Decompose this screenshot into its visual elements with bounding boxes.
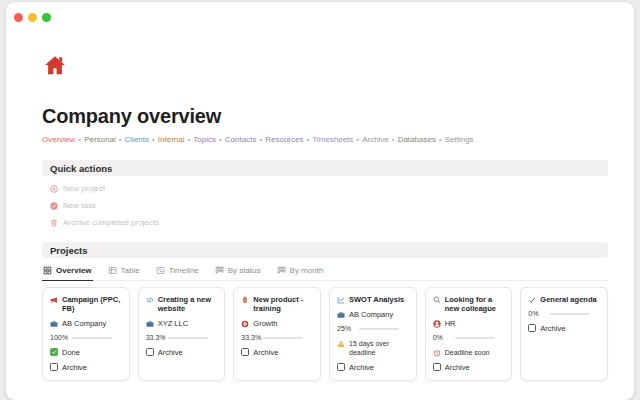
gallery-icon: [43, 266, 52, 275]
projects-view-tabs: Overview Table Timeline: [42, 263, 608, 281]
nav-link-settings[interactable]: Settings: [445, 135, 474, 144]
new-project-button[interactable]: New project: [42, 184, 608, 193]
megaphone-icon: [50, 296, 58, 304]
chart-icon: [337, 296, 345, 304]
board-icon: [215, 266, 224, 275]
project-card-website[interactable]: Creating a new website XYZ LLC 33.3% Arc…: [138, 287, 226, 381]
progress-row: 0%: [528, 310, 600, 318]
nav-link-internal[interactable]: Internal: [158, 135, 185, 144]
done-checkbox[interactable]: [50, 348, 58, 356]
house-icon[interactable]: [42, 54, 68, 78]
tab-table[interactable]: Table: [107, 263, 141, 280]
progress-bar: [263, 337, 303, 340]
project-cards: Campaign (PPC, FB) AB Company 100%: [42, 287, 608, 381]
progress-row: 33.3%: [241, 334, 313, 342]
window-controls: [14, 13, 51, 22]
archive-label: Archive: [62, 363, 87, 372]
project-card-training[interactable]: New product - training Growth 33.3% Arch…: [233, 287, 321, 381]
warning-icon: [337, 340, 345, 348]
timeline-icon: [156, 266, 165, 275]
progress-row: 100%: [50, 334, 122, 342]
briefcase-icon: [337, 311, 345, 319]
archive-label: Archive: [540, 324, 565, 333]
archive-label: Archive: [445, 363, 470, 372]
table-icon: [108, 266, 117, 275]
check-icon: [51, 349, 57, 355]
minimize-window-button[interactable]: [28, 13, 37, 22]
nav-link-databases[interactable]: Databases: [398, 135, 436, 144]
archive-checkbox[interactable]: [528, 324, 536, 332]
nav-link-timesheets[interactable]: Timesheets: [312, 135, 353, 144]
card-department: HR: [445, 319, 456, 328]
archive-label: Archive: [158, 348, 183, 357]
tab-by-status[interactable]: By status: [214, 263, 262, 280]
new-task-button[interactable]: New task: [42, 201, 608, 210]
card-title: Campaign (PPC, FB): [62, 295, 122, 313]
done-label: Done: [62, 348, 80, 357]
nav-link-overview[interactable]: Overview: [42, 135, 75, 144]
nav-link-archive[interactable]: Archive: [362, 135, 389, 144]
briefcase-icon: [50, 320, 58, 328]
progress-bar: [550, 313, 590, 316]
nav-link-personal[interactable]: Personal: [84, 135, 116, 144]
code-icon: [146, 296, 154, 304]
card-title: SWOT Analysis: [349, 295, 404, 304]
progress-label: 0%: [433, 334, 451, 342]
trash-icon: [50, 219, 58, 227]
nav-link-resources[interactable]: Resources: [265, 135, 303, 144]
tab-overview[interactable]: Overview: [42, 263, 93, 281]
progress-label: 33.3%: [146, 334, 164, 342]
circle-check-icon: [50, 202, 58, 210]
progress-label: 0%: [528, 310, 546, 318]
board-icon: [277, 266, 286, 275]
card-category: Growth: [253, 319, 277, 328]
tab-timeline[interactable]: Timeline: [155, 263, 200, 280]
nav-link-contacts[interactable]: Contacts: [225, 135, 257, 144]
deadline-soon-label: Deadline soon: [445, 348, 490, 357]
project-card-agenda[interactable]: General agenda 0% Archive: [520, 287, 608, 381]
card-company: AB Company: [349, 310, 393, 319]
close-window-button[interactable]: [14, 13, 23, 22]
card-company: XYZ LLC: [158, 319, 188, 328]
archive-checkbox[interactable]: [241, 348, 249, 356]
breadcrumb: Overview•Personal•Clients•Internal•Topic…: [42, 135, 608, 145]
progress-label: 33.3%: [241, 334, 259, 342]
archive-label: Archive: [253, 348, 278, 357]
person-icon: [433, 320, 441, 328]
project-card-swot[interactable]: SWOT Analysis AB Company 25%: [329, 287, 417, 381]
project-card-colleague[interactable]: Looking for a new colleague HR 0%: [425, 287, 513, 381]
quick-action-label: Archive completed projects: [63, 218, 159, 227]
card-title: General agenda: [540, 295, 596, 304]
tab-by-month[interactable]: By month: [276, 263, 325, 280]
card-company: AB Company: [62, 319, 106, 328]
briefcase-icon: [146, 320, 154, 328]
project-card-campaign[interactable]: Campaign (PPC, FB) AB Company 100%: [42, 287, 130, 381]
nav-link-topics[interactable]: Topics: [193, 135, 216, 144]
progress-bar: [455, 337, 495, 340]
alarm-clock-icon: [433, 349, 441, 357]
progress-row: 0%: [433, 334, 505, 342]
nav-link-clients[interactable]: Clients: [125, 135, 149, 144]
quick-action-label: New project: [63, 184, 105, 193]
archive-checkbox[interactable]: [337, 363, 345, 371]
card-title: Looking for a new colleague: [445, 295, 505, 313]
page-title: Company overview: [42, 105, 608, 128]
progress-bar: [72, 337, 112, 340]
archive-checkbox[interactable]: [146, 348, 154, 356]
archive-checkbox[interactable]: [50, 363, 58, 371]
zoom-window-button[interactable]: [42, 13, 51, 22]
progress-bar: [168, 337, 208, 340]
card-title: Creating a new website: [158, 295, 218, 313]
progress-label: 100%: [50, 334, 68, 342]
progress-row: 25%: [337, 325, 409, 333]
search-icon: [433, 296, 441, 304]
progress-bar: [359, 328, 399, 331]
archive-completed-projects-button[interactable]: Archive completed projects: [42, 218, 608, 227]
card-title: New product - training: [253, 295, 313, 313]
archive-label: Archive: [349, 363, 374, 372]
quick-action-label: New task: [63, 201, 96, 210]
archive-checkbox[interactable]: [433, 363, 441, 371]
progress-row: 33.3%: [146, 334, 218, 342]
progress-label: 25%: [337, 325, 355, 333]
app-window: Company overview Overview•Personal•Clien…: [6, 2, 634, 400]
